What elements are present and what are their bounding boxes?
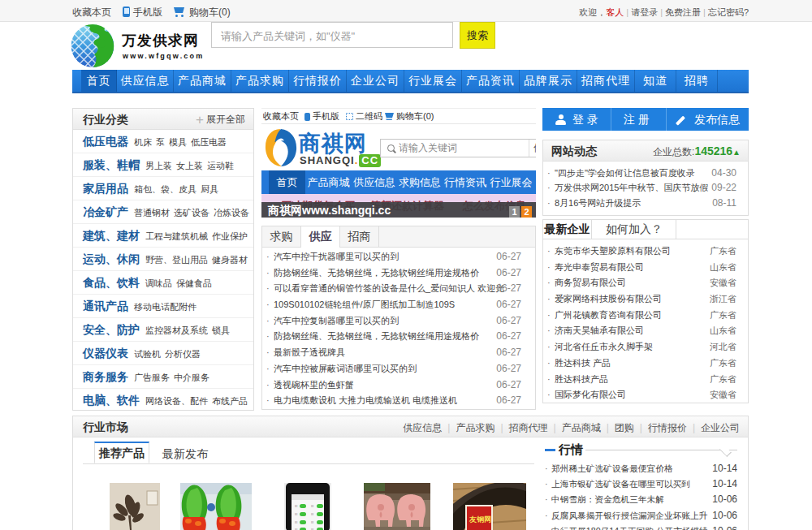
svg-text:III: III [311,512,313,516]
svg-text:III: III [295,520,297,524]
svg-text:III: III [311,504,313,508]
svg-text:III: III [311,520,313,524]
svg-text:III: III [295,504,297,508]
svg-text:III: III [295,512,297,516]
svg-text:友钢网: 友钢网 [469,515,491,524]
